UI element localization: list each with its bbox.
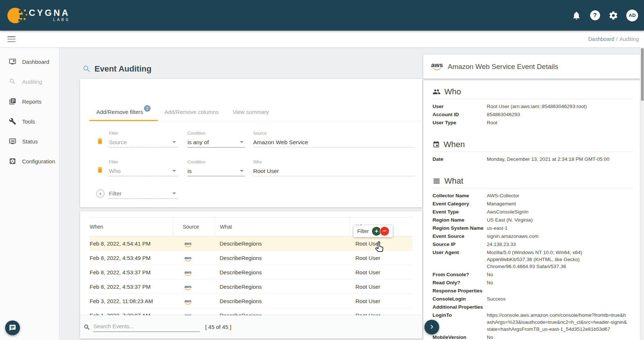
tab-add-remove-columns[interactable]: Add/Remove columns: [158, 103, 226, 121]
section-who: Who UserRoot User (arn:aws:iam::85486304…: [433, 87, 633, 126]
table-footer: [ 45 of 45 ]: [80, 315, 422, 339]
mouse-cursor-pointer: [373, 240, 386, 255]
add-filter-row: + Filter: [96, 188, 422, 199]
column-header-what[interactable]: What: [215, 218, 349, 236]
table-row[interactable]: Feb 8, 2022, 4:53:37 PM aws DescribeRegi…: [90, 280, 413, 294]
filter-type-select[interactable]: Filter Who: [109, 160, 178, 176]
section-what: What Collector NameAWS-Collector Event C…: [433, 176, 633, 340]
configuration-icon: [9, 157, 16, 165]
menu-hamburger-icon[interactable]: [7, 36, 16, 42]
vertical-scrollbar[interactable]: [640, 47, 644, 340]
logo-text-secondary: LABS: [53, 18, 70, 22]
delete-filter-trash-icon[interactable]: [96, 138, 104, 146]
page-title: Event Auditing: [94, 64, 151, 74]
chat-button[interactable]: [5, 320, 20, 335]
dropdown-caret-icon: [240, 170, 244, 172]
breadcrumb: Dashboard / Auditing: [588, 31, 639, 47]
breadcrumb-dashboard[interactable]: Dashboard: [588, 36, 614, 42]
logo-moon-icon: [7, 7, 24, 24]
filter-row-source: Filter Source Condition is any of Source…: [96, 131, 422, 148]
reports-icon: [9, 98, 16, 105]
detail-group-row: Response Properties: [433, 287, 633, 294]
dashboard-icon: [9, 58, 16, 65]
table-row[interactable]: Feb 3, 2022, 11:08:23 AM aws DescribeReg…: [90, 294, 413, 308]
detail-row: Read Only?No: [433, 279, 633, 286]
detail-row: ConsoleLoginSuccess: [433, 295, 633, 302]
detail-row: Collector NameAWS-Collector: [433, 192, 633, 199]
sidebar-item-status[interactable]: Status: [0, 131, 59, 151]
detail-row: User AgentMozilla/5.0 (Windows NT 10.0; …: [433, 249, 633, 270]
filter-row-who: Filter Who Condition is Who Root User: [96, 160, 422, 176]
include-filter-button[interactable]: +: [372, 227, 381, 236]
tab-add-remove-filters[interactable]: Add/Remove filters2: [89, 103, 158, 121]
tooltip-filter-label: Filter: [357, 228, 369, 234]
notifications-bell-icon[interactable]: [571, 10, 582, 21]
active-filters-count-badge: 2: [144, 105, 151, 112]
search-icon: [83, 324, 90, 331]
filters-card: Add/Remove filters2 Add/Remove columns V…: [80, 79, 422, 207]
sidebar-item-dashboard[interactable]: Dashboard: [0, 52, 59, 72]
filter-type-select[interactable]: Filter Source: [109, 131, 178, 148]
table-row[interactable]: Feb 8, 2022, 4:53:49 PM aws DescribeRegi…: [90, 251, 413, 265]
settings-gear-icon[interactable]: [608, 10, 619, 21]
results-count: [ 45 of 45 ]: [205, 324, 231, 330]
detail-row: From Console?No: [433, 271, 633, 278]
breadcrumb-separator: /: [616, 36, 618, 42]
what-lines-icon: [433, 177, 441, 185]
table-row[interactable]: Feb 8, 2022, 4:54:41 PM aws DescribeRegi…: [90, 236, 413, 251]
sidebar-item-tools[interactable]: Tools: [0, 111, 59, 131]
aws-icon: aws: [185, 256, 192, 262]
table-row[interactable]: Feb 8, 2022, 4:53:37 PM aws DescribeRegi…: [90, 265, 413, 280]
search-events-input[interactable]: [93, 322, 200, 332]
add-filter-icon[interactable]: +: [96, 190, 104, 198]
detail-row: Source IP24.138.23.33: [433, 241, 633, 248]
section-when: When DateMonday, December 13, 2021 at 2:…: [433, 139, 633, 163]
detail-group-row: Additional Properties: [433, 303, 633, 310]
when-calendar-icon: [433, 141, 440, 148]
dropdown-caret-icon: [172, 141, 176, 143]
chat-icon: [9, 324, 16, 332]
detail-row: MobileVersionNo: [433, 334, 633, 340]
column-header-when[interactable]: When: [90, 218, 173, 236]
details-body: Who UserRoot User (arn:aws:iam::85486304…: [423, 80, 640, 340]
filter-tooltip: Filter + −: [354, 225, 393, 237]
scrollbar-thumb[interactable]: [641, 48, 644, 101]
delete-filter-trash-icon[interactable]: [96, 166, 104, 175]
aws-icon: aws: [185, 271, 192, 276]
details-header: aws Amazon Web Service Event Details: [423, 55, 640, 79]
sidebar-item-configuration[interactable]: Configuration: [0, 151, 59, 171]
sidebar-item-auditing[interactable]: Auditing: [0, 72, 59, 91]
logo-text-primary: CYGNA: [29, 9, 70, 17]
menu-bar: Dashboard / Auditing: [0, 31, 644, 48]
detail-row: Event Sourcesignin.amazonaws.com: [433, 233, 633, 240]
filter-condition-select[interactable]: Condition is any of: [187, 131, 245, 148]
filter-value-field[interactable]: Source Amazon Web Service: [253, 131, 414, 148]
dropdown-caret-icon: [240, 141, 244, 143]
details-title: Amazon Web Service Event Details: [448, 63, 558, 71]
filter-value-field[interactable]: Who Root User: [253, 160, 414, 176]
app-header: CYGNA LABS ? AD: [0, 0, 644, 31]
aws-logo: aws: [431, 62, 443, 71]
auditing-search-icon: [9, 78, 16, 85]
detail-row: DateMonday, December 13, 2021 at 2:34:18…: [433, 156, 633, 163]
add-filter-select[interactable]: Filter: [109, 188, 178, 199]
status-icon: [9, 138, 16, 145]
detail-row: LoginTohttps://console.aws.amazon.com/co…: [433, 312, 633, 333]
user-avatar[interactable]: AD: [626, 10, 638, 21]
sidebar-item-reports[interactable]: Reports: [0, 91, 59, 111]
breadcrumb-auditing: Auditing: [620, 36, 639, 42]
collapse-details-button[interactable]: ›: [424, 320, 439, 334]
column-header-source[interactable]: Source: [173, 218, 215, 236]
detail-row: Region NameUS East (N. Virginia): [433, 216, 633, 223]
detail-row: User TypeRoot: [433, 119, 633, 126]
exclude-filter-button[interactable]: −: [380, 227, 389, 236]
detail-row: Event CategoryManagement: [433, 200, 633, 207]
dropdown-caret-icon: [172, 170, 176, 172]
dropdown-caret-icon: [172, 192, 176, 194]
cygna-labs-logo[interactable]: CYGNA LABS: [7, 7, 70, 24]
filter-condition-select[interactable]: Condition is: [187, 160, 245, 176]
tab-view-summary[interactable]: View summary: [225, 103, 276, 121]
event-details-panel: aws Amazon Web Service Event Details Who…: [423, 55, 640, 340]
event-auditing-icon: [82, 65, 91, 73]
help-icon[interactable]: ?: [589, 10, 600, 21]
